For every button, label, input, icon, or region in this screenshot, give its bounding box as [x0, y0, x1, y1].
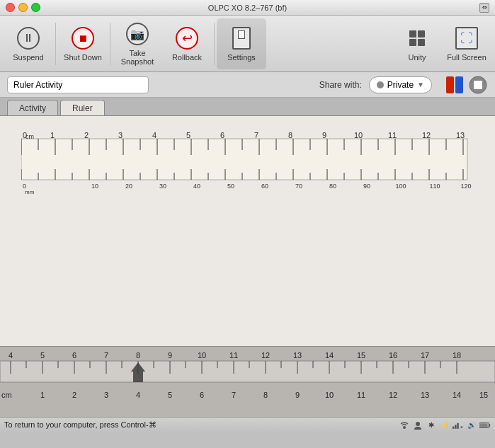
svg-text:2: 2 — [84, 131, 89, 139]
svg-text:70: 70 — [295, 183, 302, 190]
settings-button[interactable]: Settings — [217, 18, 266, 69]
svg-text:12: 12 — [422, 131, 431, 139]
svg-point-151 — [416, 422, 420, 426]
svg-text:8: 8 — [263, 391, 268, 399]
svg-rect-1 — [455, 76, 463, 93]
share-label: Share with: — [319, 80, 362, 90]
power-icon: ⚡ — [439, 420, 450, 431]
snapshot-button[interactable]: Take Snapshot — [113, 18, 162, 69]
settings-label: Settings — [227, 53, 256, 62]
shutdown-button[interactable]: Shut Down — [58, 18, 108, 69]
svg-text:110: 110 — [429, 183, 440, 190]
volume-icon: 🔊 — [466, 420, 477, 431]
close-button[interactable] — [6, 3, 15, 12]
svg-rect-152 — [453, 426, 454, 428]
stop-button[interactable] — [468, 75, 488, 95]
svg-rect-153 — [455, 425, 456, 429]
tab-ruler-label: Ruler — [72, 103, 93, 113]
activity-name-input[interactable] — [7, 76, 149, 93]
tab-activity-label: Activity — [19, 103, 46, 113]
bottom-ruler-svg: 4 5 6 7 8 9 10 11 12 13 14 15 16 17 18 — [0, 347, 495, 418]
svg-text:9: 9 — [295, 391, 300, 399]
svg-text:4: 4 — [152, 131, 157, 139]
activity-bar: Share with: Private ▼ — [0, 72, 495, 98]
svg-text:12: 12 — [261, 351, 270, 360]
svg-text:15: 15 — [479, 391, 488, 399]
svg-text:30: 30 — [159, 183, 166, 190]
svg-text:13: 13 — [293, 351, 302, 360]
svg-text:8: 8 — [136, 351, 140, 360]
shutdown-label: Shut Down — [64, 53, 102, 62]
tab-activity[interactable]: Activity — [7, 100, 58, 115]
svg-text:40: 40 — [193, 183, 200, 190]
svg-text:1: 1 — [40, 391, 45, 399]
svg-text:2: 2 — [72, 391, 76, 399]
svg-text:14: 14 — [325, 351, 334, 360]
status-icons: ✱ ⚡ ◄► 🔊 — [399, 420, 491, 431]
svg-text:3: 3 — [104, 391, 108, 399]
svg-text:14: 14 — [453, 391, 461, 399]
svg-text:12: 12 — [389, 391, 397, 399]
svg-text:13: 13 — [421, 391, 429, 399]
unity-button[interactable]: Unity — [392, 18, 442, 69]
maximize-button[interactable] — [31, 3, 40, 12]
svg-text:10: 10 — [354, 131, 363, 139]
status-bar: To return to your computer, press Contro… — [0, 417, 495, 432]
svg-text:4: 4 — [8, 351, 13, 360]
suspend-label: Suspend — [13, 53, 43, 62]
svg-text:6: 6 — [220, 131, 224, 139]
svg-text:17: 17 — [421, 351, 429, 360]
fullscreen-button[interactable]: Full Screen — [442, 18, 491, 69]
svg-rect-0 — [446, 76, 454, 93]
bluetooth-icon: ✱ — [426, 420, 437, 431]
main-content: 0 cm — [0, 116, 495, 432]
svg-point-150 — [403, 426, 406, 429]
snapshot-label: Take Snapshot — [115, 49, 159, 66]
tab-ruler[interactable]: Ruler — [60, 100, 105, 115]
svg-text:16: 16 — [389, 351, 397, 360]
suspend-button[interactable]: Suspend — [4, 18, 53, 69]
rollback-button[interactable]: Rollback — [162, 18, 212, 69]
snapshot-icon — [125, 21, 150, 47]
svg-text:18: 18 — [453, 351, 461, 360]
bottom-ruler-section: 4 5 6 7 8 9 10 11 12 13 14 15 16 17 18 — [0, 346, 495, 417]
svg-text:10: 10 — [91, 183, 98, 190]
svg-text:7: 7 — [232, 391, 236, 399]
rollback-icon — [174, 25, 200, 51]
buddy-icon[interactable] — [445, 75, 465, 95]
svg-text:◄►: ◄► — [460, 425, 464, 429]
toolbar-separator — [55, 23, 56, 65]
svg-text:15: 15 — [357, 351, 365, 360]
top-ruler-area: 0 cm — [0, 116, 495, 207]
top-ruler-svg: 0 cm — [21, 130, 474, 201]
share-select[interactable]: Private ▼ — [369, 76, 432, 93]
svg-text:5: 5 — [40, 351, 45, 360]
svg-text:1: 1 — [50, 131, 55, 139]
svg-text:50: 50 — [227, 183, 234, 190]
palette-icons — [445, 75, 488, 95]
toolbar-separator-3 — [214, 23, 215, 65]
unity-label: Unity — [408, 53, 426, 62]
svg-text:11: 11 — [388, 131, 397, 139]
minimize-button[interactable] — [18, 3, 28, 12]
svg-rect-158 — [480, 423, 488, 427]
tabs-bar: Activity Ruler — [0, 98, 495, 116]
fullscreen-label: Full Screen — [447, 53, 487, 62]
network-icon — [399, 420, 410, 431]
expand-button[interactable]: ⇔ — [479, 3, 489, 13]
svg-text:100: 100 — [395, 183, 406, 190]
rollback-label: Rollback — [172, 53, 202, 62]
svg-text:9: 9 — [322, 131, 326, 139]
svg-text:8: 8 — [288, 131, 292, 139]
svg-text:mm: mm — [25, 189, 35, 195]
svg-text:120: 120 — [460, 183, 471, 190]
svg-text:10: 10 — [198, 351, 206, 360]
window-title: OLPC XO 8.2–767 (bf) — [208, 4, 287, 12]
svg-text:5: 5 — [168, 391, 172, 399]
svg-text:10: 10 — [325, 391, 334, 399]
svg-text:3: 3 — [118, 131, 123, 139]
svg-text:80: 80 — [329, 183, 336, 190]
svg-text:6: 6 — [200, 391, 204, 399]
settings-icon — [229, 25, 254, 51]
svg-rect-157 — [489, 424, 490, 427]
